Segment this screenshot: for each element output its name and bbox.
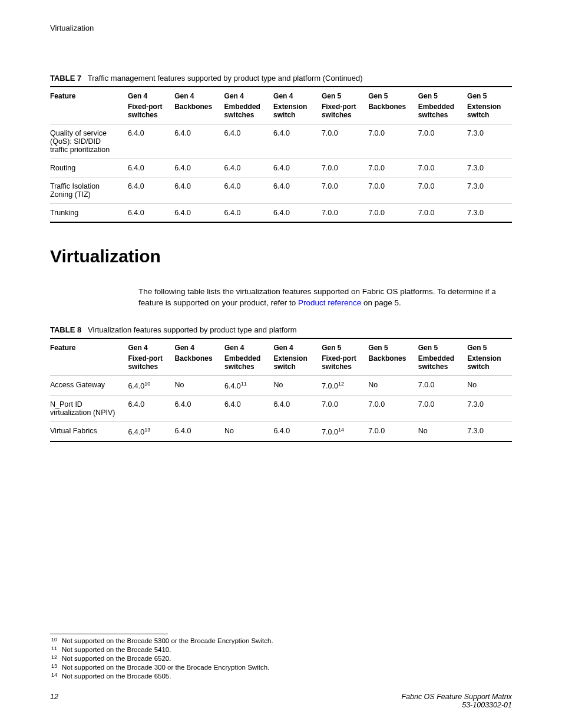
- table8-h2-1: Fixed-port switches: [124, 353, 171, 376]
- table7-h1-3: Gen 4: [221, 87, 270, 101]
- table7-h2-3: Embedded switches: [221, 101, 270, 124]
- product-reference-link[interactable]: Product reference: [298, 298, 361, 307]
- table-cell: 7.0.0: [318, 204, 365, 223]
- table-row: Trunking6.4.06.4.06.4.06.4.07.0.07.0.07.…: [50, 204, 512, 223]
- table-cell: 7.0.012: [318, 375, 365, 395]
- table-cell: No: [415, 421, 464, 442]
- table7-h2-8: Extension switch: [464, 101, 512, 124]
- table-cell: 6.4.0: [171, 177, 220, 204]
- table8-caption-text: Virtualization features supported by pro…: [88, 325, 297, 334]
- table-cell: 6.4.0: [270, 421, 318, 442]
- table-row: Routing6.4.06.4.06.4.06.4.07.0.07.0.07.0…: [50, 159, 512, 177]
- footnote-text: Not supported on the Brocade 6520.: [62, 654, 512, 663]
- table-cell: 6.4.0: [221, 159, 270, 177]
- table-cell: 6.4.0: [270, 177, 318, 204]
- table8-h2-4: Extension switch: [270, 353, 318, 376]
- intro-paragraph: The following table lists the virtualiza…: [138, 286, 512, 309]
- footnote-item: 14Not supported on the Brocade 6505.: [50, 672, 512, 681]
- intro-text-after: on page 5.: [361, 298, 401, 307]
- table-cell: 6.4.0: [270, 124, 318, 159]
- footer-page-number: 12: [50, 693, 58, 709]
- table8-h1-4: Gen 4: [270, 338, 318, 353]
- table7-h1-0: Feature: [50, 87, 124, 101]
- table-cell: 6.4.011: [221, 375, 270, 395]
- table-cell: No: [171, 375, 221, 395]
- table8-h2-7: Embedded switches: [415, 353, 464, 376]
- table-cell: 6.4.013: [124, 421, 171, 442]
- table-cell: 7.0.0: [415, 204, 464, 223]
- table-row: Quality of service (QoS): SID/DID traffi…: [50, 124, 512, 159]
- table8-h1-3: Gen 4: [221, 338, 270, 353]
- table8-h2-5: Fixed-port switches: [318, 353, 365, 376]
- footnote-ref: 12: [338, 381, 344, 387]
- table8-h1-8: Gen 5: [464, 338, 512, 353]
- table-cell: No: [365, 375, 414, 395]
- table-cell: Virtual Fabrics: [50, 421, 124, 442]
- table7-h1-2: Gen 4: [171, 87, 220, 101]
- table-cell: 6.4.0: [221, 204, 270, 223]
- table-row: Traffic Isolation Zoning (TIZ)6.4.06.4.0…: [50, 177, 512, 204]
- footnote-text: Not supported on the Brocade 300 or the …: [62, 663, 512, 672]
- table7-h1-5: Gen 5: [318, 87, 365, 101]
- footnote-item: 11Not supported on the Brocade 5410.: [50, 645, 512, 654]
- table-cell: 6.4.010: [124, 375, 171, 395]
- table-cell: 6.4.0: [171, 395, 221, 421]
- table-cell: 7.3.0: [464, 395, 512, 421]
- table-cell: 7.3.0: [464, 159, 512, 177]
- table-cell: Routing: [50, 159, 124, 177]
- table7-h1-4: Gen 4: [270, 87, 318, 101]
- footnote-text: Not supported on the Brocade 5300 or the…: [62, 637, 512, 645]
- table-cell: Trunking: [50, 204, 124, 223]
- table-cell: 6.4.0: [171, 204, 220, 223]
- table-cell: 7.3.0: [464, 204, 512, 223]
- table-cell: 7.0.0: [365, 421, 414, 442]
- table7-h2-4: Extension switch: [270, 101, 318, 124]
- table-cell: 6.4.0: [270, 159, 318, 177]
- table-cell: 7.0.0: [318, 177, 365, 204]
- table-row: Virtual Fabrics6.4.0136.4.0No6.4.07.0.01…: [50, 421, 512, 442]
- table-cell: Quality of service (QoS): SID/DID traffi…: [50, 124, 124, 159]
- table7-caption: TABLE 7 Traffic management features supp…: [50, 74, 512, 83]
- table-cell: 6.4.0: [124, 204, 171, 223]
- table-cell: 7.0.0: [365, 177, 414, 204]
- table8-h2-0: [50, 353, 124, 376]
- table-cell: 6.4.0: [171, 421, 221, 442]
- footnote-ref: 10: [144, 381, 150, 387]
- table-cell: 6.4.0: [221, 395, 270, 421]
- table-cell: 7.0.0: [415, 124, 464, 159]
- table8: Feature Gen 4 Gen 4 Gen 4 Gen 4 Gen 5 Ge…: [50, 338, 512, 442]
- table-cell: 6.4.0: [171, 124, 220, 159]
- table-cell: 7.0.0: [365, 159, 414, 177]
- table-cell: 7.0.0: [415, 395, 464, 421]
- table8-h1-0: Feature: [50, 338, 124, 353]
- table-cell: 6.4.0: [124, 177, 171, 204]
- table8-h2-8: Extension switch: [464, 353, 512, 376]
- table7-h2-5: Fixed-port switches: [318, 101, 365, 124]
- footnote-number: 14: [50, 672, 62, 681]
- table-cell: 7.0.0: [365, 124, 414, 159]
- table7-h1-6: Gen 5: [365, 87, 414, 101]
- table-cell: 6.4.0: [221, 177, 270, 204]
- table-cell: 7.0.0: [415, 177, 464, 204]
- table8-h1-1: Gen 4: [124, 338, 171, 353]
- table8-caption-label: TABLE 8: [50, 325, 81, 334]
- table8-h2-3: Embedded switches: [221, 353, 270, 376]
- table8-caption: TABLE 8 Virtualization features supporte…: [50, 325, 512, 334]
- footnote-ref: 13: [144, 427, 150, 433]
- table-cell: Traffic Isolation Zoning (TIZ): [50, 177, 124, 204]
- table-cell: 7.0.0: [318, 124, 365, 159]
- table-cell: No: [464, 375, 512, 395]
- footnote-number: 11: [50, 645, 62, 654]
- footnote-text: Not supported on the Brocade 5410.: [62, 645, 512, 654]
- footnote-number: 12: [50, 654, 62, 663]
- footer-doc-title: Fabric OS Feature Support Matrix: [401, 693, 512, 701]
- footnote-number: 13: [50, 663, 62, 672]
- table7-h2-1: Fixed-port switches: [124, 101, 171, 124]
- footnote-ref: 11: [241, 381, 247, 387]
- footnote-item: 13Not supported on the Brocade 300 or th…: [50, 663, 512, 672]
- footnote-item: 10Not supported on the Brocade 5300 or t…: [50, 637, 512, 645]
- table7-h2-0: [50, 101, 124, 124]
- table8-h2-2: Backbones: [171, 353, 221, 376]
- table-cell: 6.4.0: [221, 124, 270, 159]
- table7-h1-7: Gen 5: [415, 87, 464, 101]
